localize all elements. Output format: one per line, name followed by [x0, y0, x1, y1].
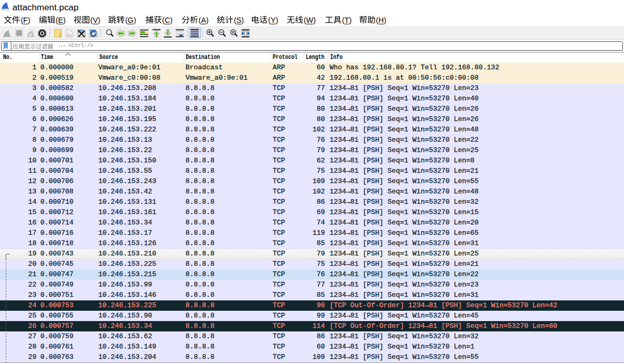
svg-text:010: 010 — [67, 34, 72, 37]
